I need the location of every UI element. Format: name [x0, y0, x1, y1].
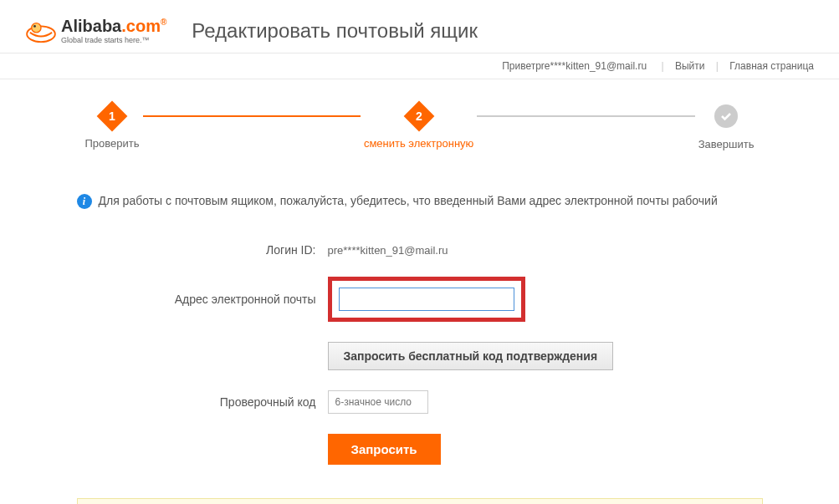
step-3: Завершить	[698, 104, 755, 150]
home-link[interactable]: Главная страница	[729, 60, 814, 72]
step-2: 2 сменить электронную	[364, 105, 473, 150]
email-highlight-box	[328, 277, 525, 322]
svg-point-2	[33, 24, 36, 27]
verify-code-input[interactable]	[328, 390, 428, 414]
info-message: i Для работы с почтовым ящиком, пожалуйс…	[77, 192, 763, 210]
step-1: 1 Проверить	[85, 105, 140, 150]
step-2-badge: 2	[403, 101, 434, 132]
step-2-label: сменить электронную	[364, 137, 473, 150]
logo-brand: Alibaba.com®	[61, 17, 166, 36]
verify-code-label: Проверочный код	[77, 395, 328, 409]
email-input[interactable]	[339, 288, 514, 311]
page-title: Редактировать почтовый ящик	[192, 19, 478, 43]
step-line-1	[143, 115, 361, 117]
step-1-label: Проверить	[85, 137, 140, 150]
alibaba-logo-icon	[25, 18, 57, 43]
login-id-value: pre****kitten_91@mail.ru	[328, 244, 448, 257]
step-line-2	[477, 115, 694, 117]
progress-steps: 1 Проверить 2 сменить электронную Заверш…	[77, 104, 763, 150]
logout-link[interactable]: Выйти	[675, 60, 705, 72]
step-1-badge: 1	[97, 101, 128, 132]
request-code-button[interactable]: Запросить бесплатный код подтверждения	[328, 342, 614, 370]
email-label: Адрес электронной почты	[77, 293, 328, 306]
logo-tagline: Global trade starts here.™	[61, 36, 166, 44]
greeting-text: Приветpre****kitten_91@mail.ru	[502, 60, 647, 72]
bottom-banner	[77, 498, 763, 504]
step-3-label: Завершить	[698, 138, 755, 150]
info-icon: i	[77, 194, 92, 209]
check-icon	[719, 109, 733, 123]
login-id-label: Логин ID:	[77, 243, 328, 257]
step-3-badge	[714, 104, 738, 128]
logo[interactable]: Alibaba.com® Global trade starts here.™	[25, 17, 166, 44]
info-text: Для работы с почтовым ящиком, пожалуйста…	[99, 192, 718, 210]
svg-point-1	[32, 23, 41, 32]
submit-button[interactable]: Запросить	[328, 434, 441, 465]
topbar: Приветpre****kitten_91@mail.ru | Выйти |…	[0, 53, 839, 79]
